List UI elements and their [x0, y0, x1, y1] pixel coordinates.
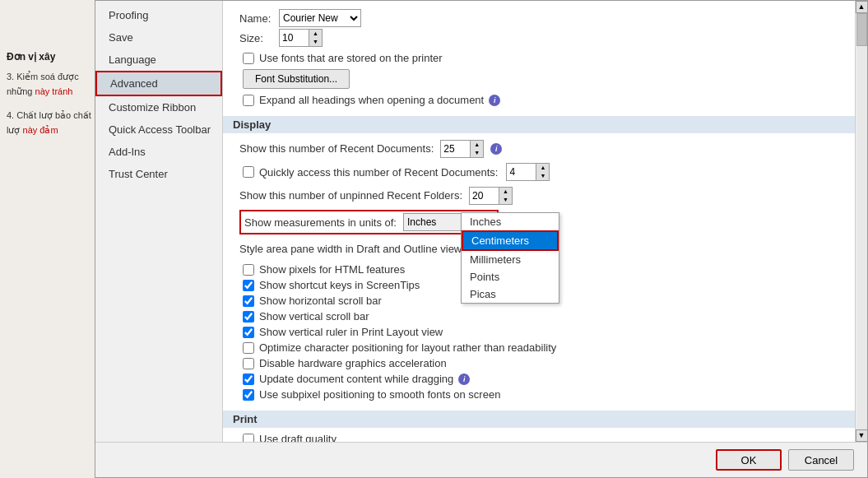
use-subpixel-label: Use subpixel positioning to smooth fonts…: [259, 388, 500, 401]
font-substitution-button[interactable]: Font Substitution...: [243, 69, 350, 89]
size-label: Size:: [239, 32, 272, 44]
show-recent-docs-label: Show this number of Recent Documents:: [239, 142, 434, 155]
dropdown-item-centimeters[interactable]: Centimeters: [462, 230, 559, 251]
recent-docs-info-icon[interactable]: i: [490, 143, 502, 155]
show-vertical-ruler-row: Show vertical ruler in Print Layout view: [239, 326, 838, 338]
expand-headings-checkbox[interactable]: [243, 95, 254, 106]
show-measurements-row: Show measurements in units of: Inches Ce…: [239, 210, 499, 234]
sidebar-item-language[interactable]: Language: [95, 49, 222, 71]
quickly-access-label: Quickly access this number of Recent Doc…: [259, 166, 498, 179]
quickly-access-checkbox[interactable]: [243, 166, 254, 178]
unpinned-spinner[interactable]: ▲ ▼: [469, 187, 513, 205]
dropdown-item-points[interactable]: Points: [462, 268, 559, 285]
size-down-btn[interactable]: ▼: [309, 38, 322, 46]
disable-hardware-row: Disable hardware graphics acceleration: [239, 357, 838, 369]
style-area-label: Style area pane width in Draft and Outli…: [239, 243, 470, 255]
quickly-input[interactable]: [507, 164, 536, 180]
use-subpixel-checkbox[interactable]: [243, 389, 254, 401]
expand-headings-row: Expand all headings when opening a docum…: [239, 94, 838, 106]
recent-docs-input[interactable]: [441, 141, 470, 157]
size-input[interactable]: [280, 30, 309, 46]
sidebar-item-trust-center[interactable]: Trust Center: [95, 163, 222, 185]
sidebar: Proofing Save Language Advanced Customiz…: [95, 1, 223, 442]
doc-para1-red: này tránh: [35, 86, 73, 96]
optimize-character-row: Optimize character positioning for layou…: [239, 341, 838, 354]
show-unpinned-row: Show this number of unpinned Recent Fold…: [239, 185, 838, 206]
show-measurements-label: Show measurements in units of:: [244, 216, 397, 229]
show-horizontal-scroll-label: Show horizontal scroll bar: [259, 295, 382, 307]
unpinned-down[interactable]: ▼: [499, 196, 512, 204]
quickly-down[interactable]: ▼: [536, 172, 549, 180]
size-up-btn[interactable]: ▲: [309, 30, 322, 38]
scroll-track[interactable]: [856, 13, 867, 429]
show-pixels-checkbox[interactable]: [243, 264, 254, 276]
scroll-thumb[interactable]: [856, 13, 867, 46]
update-document-checkbox[interactable]: [243, 374, 254, 385]
show-pixels-label: Show pixels for HTML features: [259, 263, 405, 276]
dialog-footer: OK Cancel: [95, 442, 867, 477]
use-subpixel-row: Use subpixel positioning to smooth fonts…: [239, 388, 838, 401]
show-horizontal-scroll-checkbox[interactable]: [243, 295, 254, 307]
disable-hardware-label: Disable hardware graphics acceleration: [259, 357, 447, 369]
use-draft-label: Use draft quality: [259, 433, 337, 442]
show-shortcut-keys-checkbox[interactable]: [243, 280, 254, 291]
recent-docs-down[interactable]: ▼: [470, 149, 483, 157]
show-vertical-ruler-checkbox[interactable]: [243, 327, 254, 338]
doc-para2-red: này đảm: [23, 125, 58, 135]
scroll-down-arrow[interactable]: ▼: [856, 429, 868, 442]
update-document-info-icon[interactable]: i: [458, 374, 470, 385]
scrollbar: ▲ ▼: [855, 1, 867, 442]
cancel-button[interactable]: Cancel: [788, 449, 854, 471]
show-recent-docs-row: Show this number of Recent Documents: ▲ …: [239, 138, 838, 159]
show-vertical-ruler-label: Show vertical ruler in Print Layout view: [259, 326, 443, 338]
sidebar-item-save[interactable]: Save: [95, 26, 222, 49]
show-vertical-scroll-label: Show vertical scroll bar: [259, 310, 369, 323]
show-vertical-scroll-checkbox[interactable]: [243, 311, 254, 323]
use-draft-row: Use draft quality: [239, 433, 838, 442]
unpinned-input[interactable]: [470, 188, 499, 204]
optimize-character-checkbox[interactable]: [243, 342, 254, 354]
background-document: Đơn vị xây 3. Kiểm soá được những này tr…: [0, 0, 99, 478]
sidebar-item-quick-access[interactable]: Quick Access Toolbar: [95, 118, 222, 141]
recent-docs-up[interactable]: ▲: [470, 141, 483, 149]
update-document-label: Update document content while dragging: [259, 373, 453, 385]
use-fonts-printer-checkbox[interactable]: [243, 53, 254, 64]
quickly-spinner[interactable]: ▲ ▼: [506, 163, 550, 181]
expand-headings-label: Expand all headings when opening a docum…: [259, 94, 484, 106]
units-dropdown-popup: Inches Centimeters Millimeters Points Pi…: [461, 212, 559, 304]
size-spinner[interactable]: ▲ ▼: [279, 29, 323, 47]
recent-docs-spinner[interactable]: ▲ ▼: [440, 140, 484, 158]
font-name-select[interactable]: Courier New: [279, 9, 361, 27]
doc-heading: Đơn vị xây: [7, 49, 92, 65]
unpinned-up[interactable]: ▲: [499, 188, 512, 196]
scroll-up-arrow[interactable]: ▲: [856, 1, 868, 13]
show-unpinned-label: Show this number of unpinned Recent Fold…: [239, 189, 462, 202]
sidebar-item-customize-ribbon[interactable]: Customize Ribbon: [95, 96, 222, 118]
dropdown-item-picas[interactable]: Picas: [462, 285, 559, 303]
ok-button[interactable]: OK: [716, 449, 782, 471]
use-fonts-printer-row: Use fonts that are stored on the printer: [239, 52, 838, 64]
dropdown-item-millimeters[interactable]: Millimeters: [462, 251, 559, 268]
use-fonts-printer-label: Use fonts that are stored on the printer: [259, 52, 443, 64]
sidebar-item-proofing[interactable]: Proofing: [95, 4, 222, 26]
update-document-row: Update document content while dragging i: [239, 373, 838, 385]
sidebar-item-add-ins[interactable]: Add-Ins: [95, 141, 222, 163]
disable-hardware-checkbox[interactable]: [243, 358, 254, 369]
use-draft-checkbox[interactable]: [243, 434, 254, 443]
dropdown-item-inches[interactable]: Inches: [462, 213, 559, 230]
optimize-character-label: Optimize character positioning for layou…: [259, 341, 556, 354]
display-section-header: Display: [223, 116, 855, 133]
quickly-up[interactable]: ▲: [536, 164, 549, 172]
print-section-header: Print: [223, 411, 855, 428]
show-vertical-scroll-row: Show vertical scroll bar: [239, 310, 838, 323]
show-shortcut-keys-label: Show shortcut keys in ScreenTips: [259, 279, 420, 291]
quickly-access-row: Quickly access this number of Recent Doc…: [239, 163, 838, 181]
expand-headings-info-icon[interactable]: i: [489, 95, 500, 106]
sidebar-item-advanced[interactable]: Advanced: [95, 71, 222, 96]
name-label: Name:: [239, 12, 272, 25]
